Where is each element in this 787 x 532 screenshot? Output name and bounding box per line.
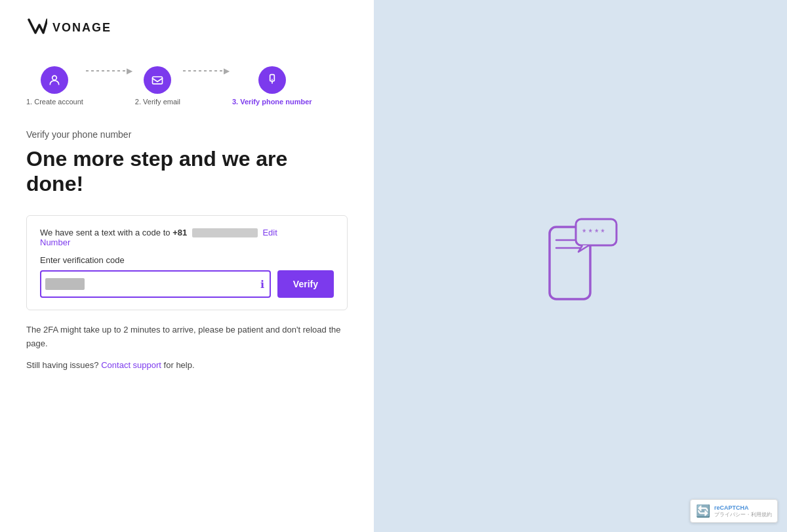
line-2 <box>183 70 222 72</box>
recaptcha-badge: 🔄 reCAPTCHA プライバシー・利用規約 <box>690 499 778 523</box>
verification-code-label: Enter verification code <box>40 255 334 265</box>
connector-1: ▶ <box>83 66 135 87</box>
connector-2: ▶ <box>180 66 232 87</box>
code-filled-mask <box>45 278 85 290</box>
svg-rect-1 <box>153 77 163 84</box>
step-3-icon <box>258 66 286 94</box>
arrow-2: ▶ <box>224 66 230 75</box>
logo-text: VONAGE <box>52 21 111 35</box>
text-before-phone: We have sent a text with a code to <box>40 228 171 237</box>
right-panel: **** <box>374 0 787 532</box>
code-input-wrapper: ℹ <box>40 270 271 298</box>
info-circle-icon[interactable]: ℹ <box>260 278 264 291</box>
support-prefix: Still having issues? <box>26 360 99 370</box>
verification-input-row: ℹ Verify <box>40 270 334 298</box>
step-create-account: 1. Create account <box>26 66 83 106</box>
step-2-label: 2. Verify email <box>135 98 180 106</box>
phone-message-svg: **** <box>538 214 623 316</box>
vonage-logo: VONAGE <box>26 16 348 40</box>
step-3-label: 3. Verify phone number <box>232 98 312 106</box>
stepper: 1. Create account ▶ 2. Verify email ▶ <box>26 66 348 106</box>
svg-point-0 <box>52 75 57 80</box>
support-text: Still having issues? Contact support for… <box>26 359 348 373</box>
step-verify-email: 2. Verify email <box>135 66 180 106</box>
phone-prefix: +81 <box>172 228 187 237</box>
contact-support-link[interactable]: Contact support <box>101 360 161 370</box>
support-suffix: for help. <box>164 360 195 370</box>
phone-illustration: **** <box>538 214 623 318</box>
sms-info-text: We have sent a text with a code to +81 E… <box>40 228 334 248</box>
arrow-1: ▶ <box>127 66 132 75</box>
left-panel: VONAGE 1. Create account ▶ <box>0 0 374 532</box>
page-subtitle: Verify your phone number <box>26 129 348 140</box>
logo-mark <box>26 16 47 40</box>
heading-line2: done! <box>26 172 83 195</box>
main-heading: One more step and we are done! <box>26 146 348 197</box>
svg-text:****: **** <box>582 227 607 237</box>
phone-masked <box>192 228 258 237</box>
step-verify-phone: 3. Verify phone number <box>232 66 312 106</box>
recaptcha-sub: プライバシー・利用規約 <box>714 511 772 518</box>
verify-button[interactable]: Verify <box>277 270 334 298</box>
step-1-label: 1. Create account <box>26 98 83 106</box>
step-2-icon <box>144 66 171 94</box>
recaptcha-label: reCAPTCHA <box>714 504 772 511</box>
svg-rect-2 <box>270 75 274 81</box>
patience-text: The 2FA might take up to 2 minutes to ar… <box>26 323 348 351</box>
step-1-icon <box>41 66 68 94</box>
info-box: We have sent a text with a code to +81 E… <box>26 215 348 311</box>
heading-line1: One more step and we are <box>26 147 287 171</box>
recaptcha-text: reCAPTCHA プライバシー・利用規約 <box>714 504 772 518</box>
recaptcha-logo-icon: 🔄 <box>696 504 710 518</box>
line-1 <box>86 70 125 72</box>
svg-point-3 <box>272 79 273 80</box>
